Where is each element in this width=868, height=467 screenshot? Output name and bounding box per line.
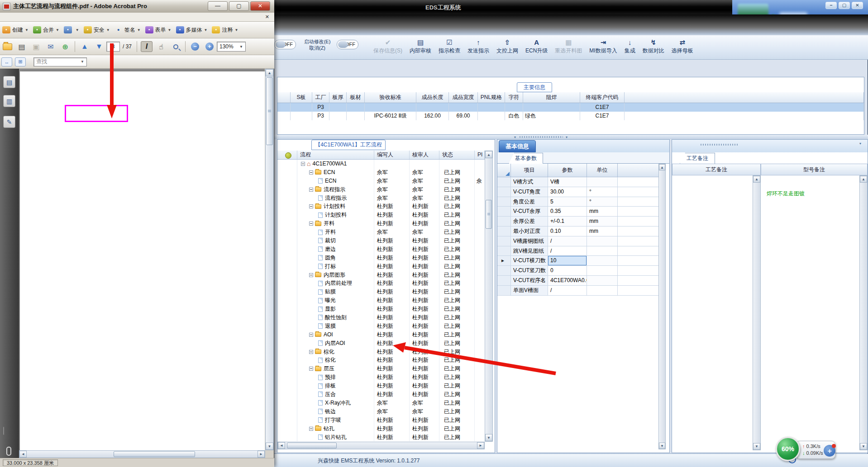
next-page-icon[interactable]: ▼ — [93, 41, 105, 52]
tab-basic-params[interactable]: 基本参数 — [509, 153, 543, 164]
splitter-grip[interactable] — [520, 136, 563, 138]
zoom-in-icon[interactable]: + — [204, 41, 215, 52]
param-row[interactable]: V-CUT竖刀数 0 — [497, 266, 666, 276]
flow-tree-row[interactable]: 圆角 杜列新 杜列新 已上网 — [277, 254, 485, 262]
email-icon[interactable]: ✉ — [45, 41, 57, 52]
acrobat-toolbar-button[interactable]: • 创建 ▼ — [0, 25, 31, 35]
flow-tree-row[interactable]: 开料 佘军 佘军 已上网 — [277, 228, 485, 236]
scroll-up-icon[interactable]: ▲ — [659, 164, 665, 170]
remarks-col1-scrollbar[interactable]: ▲ ▼ — [753, 175, 761, 450]
eds-toolbar-button[interactable]: ↯ 数据对比 — [639, 36, 668, 55]
menu-item[interactable] — [38, 16, 44, 18]
param-row[interactable]: V-CUT余厚 0.35 mm — [497, 207, 666, 217]
flow-tree-row[interactable]: 酸性蚀刻 杜列新 杜列新 已上网 — [277, 313, 485, 322]
row-selector-header[interactable] — [497, 164, 511, 177]
flow-tree-row[interactable]: 裁切 杜列新 杜列新 已上网 — [277, 236, 485, 245]
tree-vertical-scrollbar[interactable]: ▲ ▼ — [485, 151, 493, 442]
upload-globe-icon[interactable]: ⊕ — [59, 41, 71, 52]
scroll-thumb[interactable] — [266, 77, 273, 145]
select-tool-button[interactable]: I — [141, 41, 153, 52]
model-remark-note[interactable]: 焊环不足走图镀 — [767, 190, 805, 198]
menu-item[interactable] — [57, 16, 63, 18]
signatures-icon[interactable]: ✎ — [3, 116, 15, 128]
zoom-marquee-icon[interactable] — [170, 41, 181, 52]
flow-tree-row[interactable]: AOI 杜列新 杜列新 已上网 — [277, 330, 485, 339]
scroll-thumb[interactable] — [486, 200, 492, 229]
flow-tree-row[interactable]: 4C1E700WA1 — [277, 160, 485, 168]
close-icon[interactable]: ✕ — [250, 1, 270, 11]
flow-tree-row[interactable]: 排板 杜列新 杜列新 已上网 — [277, 382, 485, 390]
flow-tree-row[interactable]: 打标 杜列新 杜列新 已上网 — [277, 262, 485, 271]
flow-tree-row[interactable]: 退膜 杜列新 杜列新 已上网 — [277, 322, 485, 330]
flow-tree-row[interactable]: 棕化 杜列新 杜列新 已上网 — [277, 356, 485, 364]
param-row[interactable]: 单面V槽面 / — [497, 286, 666, 296]
zoom-level-select[interactable]: 130%▼ — [217, 42, 246, 52]
flow-tree-row[interactable]: 预排 杜列新 杜列新 已上网 — [277, 373, 485, 382]
attachments-icon[interactable] — [6, 447, 11, 456]
acrobat-toolbar-button[interactable]: • 安全 ▼ — [81, 25, 112, 35]
menu-item[interactable] — [25, 16, 32, 18]
acrobat-toolbar-button[interactable]: • 合并 ▼ — [31, 25, 62, 35]
flow-tree-row[interactable]: 压合 杜列新 杜列新 已上网 — [277, 390, 485, 399]
scroll-up-icon[interactable]: ▲ — [753, 176, 760, 183]
remarks-col2-header[interactable]: 型号备注 — [761, 164, 868, 175]
expander-icon[interactable] — [309, 427, 313, 431]
param-row[interactable]: 余厚公差 +/-0.1 mm — [497, 217, 666, 226]
scroll-down-icon[interactable]: ▼ — [860, 443, 867, 450]
tab-basic-info[interactable]: 基本信息 — [499, 140, 536, 152]
fit-width-icon[interactable]: ↔ — [1, 57, 12, 66]
bookmarks-icon[interactable]: ▥ — [3, 95, 15, 107]
flow-tree-row[interactable]: 棕化 杜列新 杜列新 已上网 — [277, 348, 485, 356]
eds-toolbar-button[interactable]: A ECN升级 — [522, 36, 551, 55]
param-row[interactable]: V-CUT程序名 4C1E700WA0.CSV — [497, 276, 666, 286]
scroll-down-icon[interactable]: ▼ — [485, 434, 492, 441]
eds-toolbar-button[interactable]: ↓ 集成 — [621, 36, 639, 55]
eds-window-controls[interactable]: – ▢ ✕ — [825, 2, 863, 9]
scroll-down-icon[interactable]: ▼ — [753, 443, 760, 450]
param-row[interactable]: V-CUT横刀数 10 — [497, 256, 666, 266]
flow-tree-row[interactable]: 层压 杜列新 杜列新 已上网 — [277, 364, 485, 373]
flow-tree-row[interactable]: X-Ray冲孔 佘军 佘军 已上网 — [277, 399, 485, 407]
acrobat-toolbar-button[interactable]: • 注释 ▼ — [210, 25, 240, 35]
eds-toolbar-button[interactable]: ▤ 内部审核 — [406, 36, 434, 55]
acrobat-toolbar-button[interactable]: • 签名 ▼ — [112, 25, 143, 35]
document-horizontal-scrollbar[interactable]: ◄ ► — [19, 450, 265, 458]
flow-tree-row[interactable]: 开料 杜列新 杜列新 已上网 — [277, 219, 485, 228]
scroll-right-icon[interactable]: ► — [477, 442, 484, 449]
previous-page-icon[interactable]: ▲ — [79, 41, 91, 52]
collapse-icon[interactable]: ▾ — [859, 142, 861, 146]
acrobat-toolbar-button[interactable]: • ▼ — [62, 25, 81, 35]
menu-item[interactable] — [44, 16, 51, 18]
tab-main-info[interactable]: 主要信息 — [517, 82, 552, 92]
fit-page-icon[interactable]: ⊞ — [15, 57, 26, 66]
acrobat-toolbar-button[interactable]: • 表单 ▼ — [143, 25, 174, 35]
document-area[interactable]: 1、激光盲孔: 按HDI母板流程 — [19, 69, 265, 450]
eds-toolbar-button[interactable]: ↑ 发送指示 — [464, 36, 492, 55]
expander-icon[interactable] — [309, 222, 313, 226]
scroll-thumb[interactable] — [287, 443, 337, 448]
page-thumbnails-icon[interactable]: ▤ — [3, 76, 15, 88]
collapse-up-icon[interactable]: ▾ — [514, 135, 516, 139]
tree-horizontal-scrollbar[interactable]: ◄ ► — [277, 442, 485, 449]
scroll-down-icon[interactable]: ▼ — [659, 443, 665, 449]
expander-icon[interactable] — [309, 204, 313, 208]
expander-icon[interactable] — [309, 188, 313, 192]
param-row[interactable]: V槽方式 V槽 — [497, 177, 666, 187]
page-number-input[interactable]: 3 — [106, 42, 120, 52]
params-vertical-scrollbar[interactable]: ▲ ▼ — [658, 164, 666, 449]
expander-icon[interactable] — [309, 170, 313, 175]
remarks-col1-header[interactable]: 工艺备注 — [672, 164, 761, 175]
menu-item[interactable] — [13, 16, 19, 18]
flow-tree-row[interactable]: 贴膜 杜列新 杜列新 已上网 — [277, 288, 485, 296]
scroll-down-icon[interactable]: ▼ — [266, 443, 273, 450]
close-icon[interactable]: ✕ — [852, 2, 863, 9]
scroll-up-icon[interactable]: ▲ — [485, 151, 492, 158]
menu-item[interactable] — [51, 16, 57, 18]
progress-gauge[interactable]: 60% — [776, 437, 800, 461]
flow-tree-row[interactable]: 曝光 杜列新 杜列新 已上网 — [277, 296, 485, 305]
comments-icon[interactable] — [3, 427, 4, 435]
flow-tree-row[interactable]: 内层AOI 杜列新 杜列新 已上网 — [277, 339, 485, 348]
flow-tree-row[interactable]: 铣边 佘军 佘军 已上网 — [277, 407, 485, 416]
search-input[interactable]: 查找▼ — [33, 57, 87, 66]
param-row[interactable]: 最小对正度 0.10 mm — [497, 226, 666, 236]
